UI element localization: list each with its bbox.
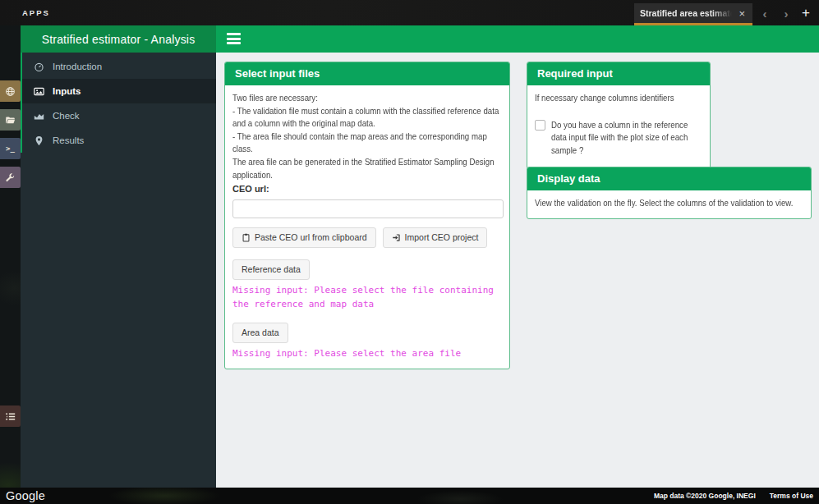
app-tab[interactable]: Stratified area estimator - An ×: [634, 3, 752, 25]
map-data-attribution: Map data ©2020 Google, INEGI: [654, 492, 756, 500]
image-icon: [33, 85, 45, 98]
select-input-files-panel: Select input files Two files are necessa…: [224, 62, 510, 369]
active-section-indicator: [21, 53, 22, 153]
folder-icon[interactable]: [0, 109, 21, 131]
description-line: The area file can be generated in the St…: [232, 156, 502, 181]
import-ceo-project-label: Import CEO project: [405, 232, 479, 242]
globe-icon[interactable]: [0, 80, 21, 102]
panel-title: Required input: [527, 62, 710, 85]
area-data-error: Missing input: Please select the area fi…: [232, 346, 504, 360]
app-title-header: Stratified estimator - Analysis: [21, 25, 216, 53]
sidebar-item-label: Results: [53, 135, 84, 145]
description-line: - The area file should contain the map a…: [232, 131, 502, 156]
reference-data-error: Missing input: Please select the file co…: [232, 283, 504, 311]
area-data-label: Area data: [242, 328, 279, 337]
plot-size-checkbox-label: Do you have a column in the reference da…: [551, 119, 702, 158]
panel-description: Two files are necessary: - The validatio…: [232, 92, 502, 181]
app-tab-title: Stratified area estimator - An: [640, 8, 732, 18]
import-icon: [392, 233, 401, 242]
apps-section-label: APPS: [22, 8, 50, 17]
sidebar-item-check[interactable]: Check: [21, 103, 216, 128]
paste-ceo-url-button[interactable]: Paste CEO url from clipboard: [232, 227, 376, 248]
sidebar-toggle-hamburger-icon[interactable]: [227, 33, 241, 44]
clipboard-icon: [242, 233, 251, 242]
app-title: Stratified estimator - Analysis: [42, 33, 196, 46]
dashboard-icon: [33, 61, 45, 73]
sidebar-item-introduction[interactable]: Introduction: [21, 54, 216, 79]
required-input-panel: Required input If necessary change colum…: [527, 62, 711, 169]
sidebar-item-results[interactable]: Results: [21, 128, 216, 153]
plot-size-checkbox[interactable]: [535, 120, 545, 131]
app-header-band: Stratified estimator - Analysis: [21, 25, 819, 53]
map-marker-icon: [33, 135, 45, 147]
sidebar-item-label: Introduction: [53, 62, 102, 71]
new-tab-icon[interactable]: +: [797, 4, 815, 22]
map-attribution-bar: Google Map data ©2020 Google, INEGI Term…: [0, 488, 819, 504]
tasks-icon[interactable]: [0, 405, 21, 427]
ceo-url-label: CEO url:: [232, 183, 502, 196]
sidebar-item-label: Inputs: [53, 86, 81, 96]
description-line: Two files are necessary:: [232, 92, 502, 105]
area-chart-icon: [33, 110, 45, 122]
panel-title: Select input files: [225, 62, 509, 85]
top-navigation-bar: APPS Stratified area estimator - An × ‹ …: [0, 0, 819, 25]
import-ceo-project-button[interactable]: Import CEO project: [383, 227, 488, 248]
reference-data-button[interactable]: Reference data: [232, 259, 310, 280]
app-window: APPS Stratified area estimator - An × ‹ …: [0, 0, 819, 504]
sidebar-menu: Introduction Inputs Chec: [21, 53, 216, 153]
display-data-panel: Display data View the validation on the …: [527, 167, 812, 219]
sidebar-item-inputs[interactable]: Inputs: [21, 79, 216, 103]
display-data-description: View the validation on the fly. Select t…: [535, 197, 803, 210]
tab-back-icon[interactable]: ‹: [756, 4, 774, 22]
reference-data-label: Reference data: [242, 264, 301, 274]
sidebar-item-label: Check: [53, 111, 80, 121]
close-tab-icon[interactable]: ×: [737, 8, 747, 19]
panel-title: Display data: [527, 167, 811, 190]
area-data-button[interactable]: Area data: [232, 323, 288, 343]
description-line: - The validation file must contain a col…: [232, 105, 502, 131]
app-sidebar: Introduction Inputs Chec: [21, 53, 216, 488]
main-content: Select input files Two files are necessa…: [216, 53, 819, 488]
terminal-icon[interactable]: >_: [0, 138, 21, 159]
required-input-description: If necessary change columns identifiers: [535, 92, 702, 105]
ceo-url-input[interactable]: [232, 199, 504, 218]
terms-of-use-link[interactable]: Terms of Use: [770, 492, 813, 500]
google-logo: Google: [6, 489, 45, 502]
wrench-icon[interactable]: [0, 167, 21, 188]
sepal-left-rail: >_: [0, 25, 21, 504]
paste-ceo-url-label: Paste CEO url from clipboard: [255, 232, 367, 242]
tab-forward-icon[interactable]: ›: [777, 4, 795, 22]
